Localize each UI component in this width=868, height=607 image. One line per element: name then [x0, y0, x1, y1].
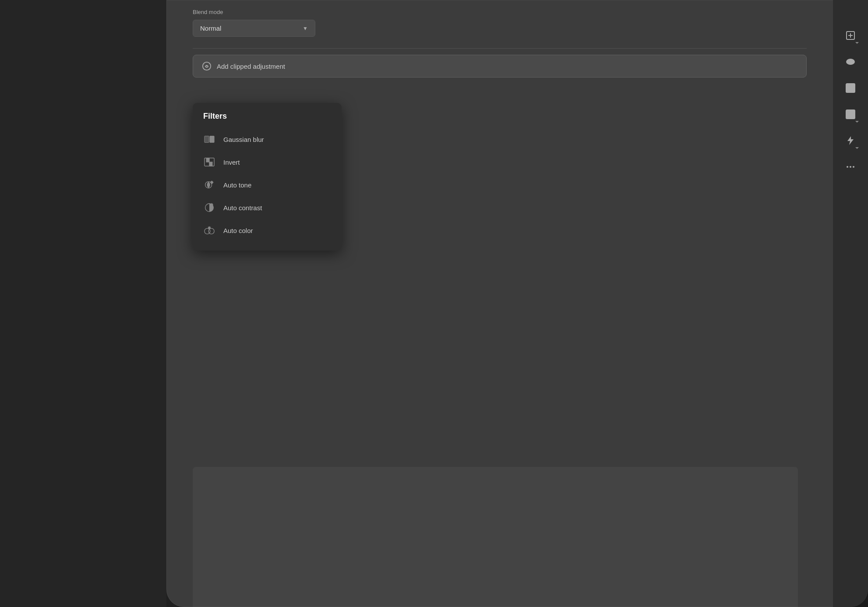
invert-icon — [203, 156, 215, 168]
content-area: Blend mode Normal ▼ Add clipped adjustme… — [166, 0, 833, 607]
add-layer-icon[interactable] — [841, 26, 860, 45]
chevron-down-icon: ▼ — [303, 25, 308, 32]
chevron-icon-effects — [855, 147, 859, 149]
filter-item-invert[interactable]: Invert — [193, 151, 342, 173]
visibility-icon[interactable] — [841, 53, 860, 71]
blend-mode-label: Blend mode — [193, 9, 807, 15]
filter-item-auto-color[interactable]: Auto color — [193, 219, 342, 242]
svg-rect-1 — [205, 136, 209, 143]
mask-icon[interactable] — [841, 79, 860, 97]
blend-mode-value: Normal — [200, 25, 221, 32]
clip-icon — [202, 61, 212, 71]
chevron-icon-flatten — [855, 121, 859, 123]
chevron-icon — [855, 42, 859, 44]
more-options-icon[interactable] — [841, 158, 860, 176]
filter-item-auto-tone[interactable]: Auto tone — [193, 173, 342, 196]
filter-item-gaussian-blur[interactable]: Gaussian blur — [193, 128, 342, 151]
gaussian-blur-icon — [203, 133, 215, 145]
invert-label: Invert — [223, 159, 240, 166]
svg-rect-2 — [210, 136, 214, 143]
svg-point-31 — [850, 166, 851, 168]
bottom-area — [193, 467, 798, 607]
blend-mode-select[interactable]: Normal ▼ — [193, 20, 315, 37]
filter-item-auto-contrast[interactable]: Auto contrast — [193, 196, 342, 219]
svg-point-32 — [853, 166, 854, 168]
svg-line-19 — [210, 227, 211, 227]
filters-dropdown: Filters Gaussian blur — [193, 103, 342, 251]
auto-color-icon — [203, 224, 215, 236]
blend-mode-section: Blend mode Normal ▼ — [193, 0, 807, 46]
gaussian-blur-label: Gaussian blur — [223, 136, 264, 143]
auto-tone-icon — [203, 179, 215, 191]
auto-contrast-label: Auto contrast — [223, 204, 262, 212]
divider — [193, 48, 807, 49]
svg-point-26 — [848, 86, 853, 90]
add-clipped-label: Add clipped adjustment — [217, 63, 285, 70]
flatten-icon[interactable] — [841, 105, 860, 124]
main-panel: Blend mode Normal ▼ Add clipped adjustme… — [166, 0, 868, 607]
svg-line-18 — [208, 227, 208, 227]
add-clipped-adjustment-button[interactable]: Add clipped adjustment — [193, 55, 807, 78]
svg-point-24 — [849, 60, 852, 63]
filters-title: Filters — [193, 112, 342, 128]
side-toolbar — [833, 0, 868, 607]
auto-tone-label: Auto tone — [223, 181, 251, 189]
svg-point-30 — [847, 166, 848, 168]
auto-contrast-icon — [203, 201, 215, 214]
auto-color-label: Auto color — [223, 227, 253, 234]
left-panel — [0, 0, 166, 607]
effects-icon[interactable] — [841, 131, 860, 150]
